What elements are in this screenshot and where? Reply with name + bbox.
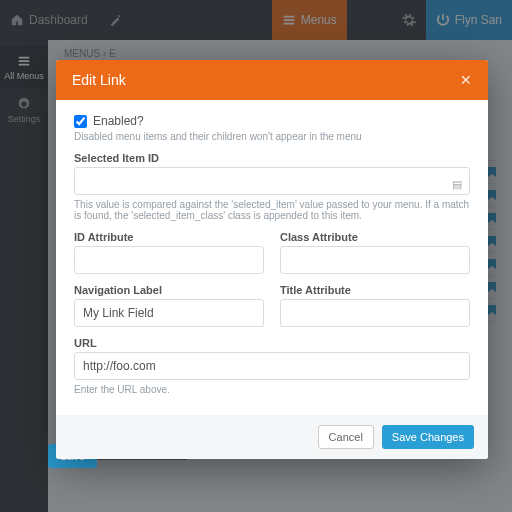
class-attr-label: Class Attribute <box>280 231 470 243</box>
cancel-button[interactable]: Cancel <box>318 425 374 449</box>
enabled-checkbox[interactable] <box>74 115 87 128</box>
modal-body: Enabled? Disabled menu items and their c… <box>56 100 488 415</box>
url-label: URL <box>74 337 470 349</box>
enabled-label: Enabled? <box>93 114 144 128</box>
modal-header: Edit Link ✕ <box>56 60 488 100</box>
nav-label-input[interactable] <box>74 299 264 327</box>
save-changes-button[interactable]: Save Changes <box>382 425 474 449</box>
title-attr-input[interactable] <box>280 299 470 327</box>
edit-link-modal: Edit Link ✕ Enabled? Disabled menu items… <box>56 60 488 459</box>
class-attr-input[interactable] <box>280 246 470 274</box>
selected-item-input[interactable] <box>74 167 470 195</box>
nav-label-label: Navigation Label <box>74 284 264 296</box>
list-icon[interactable]: ▤ <box>452 178 462 191</box>
title-attr-label: Title Attribute <box>280 284 470 296</box>
id-attr-label: ID Attribute <box>74 231 264 243</box>
id-attr-input[interactable] <box>74 246 264 274</box>
url-help: Enter the URL above. <box>74 384 470 395</box>
close-icon[interactable]: ✕ <box>460 72 472 88</box>
url-input[interactable] <box>74 352 470 380</box>
selected-item-help: This value is compared against the 'sele… <box>74 199 470 221</box>
modal-footer: Cancel Save Changes <box>56 415 488 459</box>
modal-title: Edit Link <box>72 72 126 88</box>
selected-item-label: Selected Item ID <box>74 152 470 164</box>
enabled-help: Disabled menu items and their children w… <box>74 131 470 142</box>
